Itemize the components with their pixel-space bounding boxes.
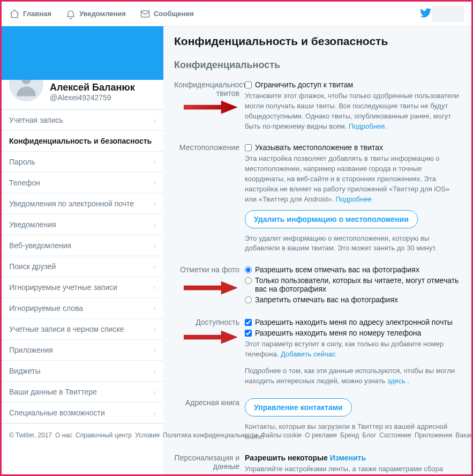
find-by-phone-checkbox[interactable]: Разрешить находить меня по номеру телефо… [245, 329, 461, 337]
settings-nav-label: Специальные возможности [9, 408, 105, 417]
protect-tweets-input[interactable] [245, 81, 252, 88]
settings-nav-item[interactable]: Пароль› [2, 152, 163, 173]
help-text: Эта настройка позволяет добавлять в твит… [245, 154, 461, 204]
chevron-right-icon: › [153, 388, 156, 396]
settings-nav-item[interactable]: Веб-уведомления› [2, 235, 163, 256]
field-label-address-book: Адресная книга [174, 398, 245, 442]
learn-more-link[interactable]: Подробнее [335, 195, 371, 203]
photo-tag-following-radio[interactable]: Только пользователи, которых вы читаете,… [245, 276, 461, 293]
chevron-right-icon: › [153, 346, 156, 354]
page-title: Конфиденциальность и безопасность [174, 35, 461, 48]
field-label-photo-tag: Отметки на фото [174, 265, 245, 306]
chevron-right-icon: › [153, 158, 156, 166]
learn-here-link[interactable]: здесь [387, 377, 406, 385]
footer-link[interactable]: © Twitter, 2017 [9, 432, 52, 439]
settings-nav-label: Пароль [9, 158, 35, 166]
field-label-location: Местоположение [174, 143, 245, 254]
tweet-location-label: Указывать местоположение в твитах [255, 143, 383, 152]
help-text: Контакты, которые вы загрузили в Твиттер… [245, 422, 461, 442]
radio-label: Запретить отмечать вас на фотографиях [255, 295, 398, 304]
nav-notifications[interactable]: Уведомления [65, 9, 126, 19]
sidebar: Алексей Баланюк @Alexei49242759 Учетная … [2, 26, 163, 476]
settings-nav-item[interactable]: Поиск друзей› [2, 256, 163, 277]
chevron-right-icon: › [153, 283, 156, 292]
settings-nav-item[interactable]: Конфиденциальность и безопасность [2, 131, 163, 152]
footer-link[interactable]: О нас [55, 432, 72, 439]
account-menu[interactable] [432, 6, 464, 22]
photo-tag-following-input[interactable] [245, 277, 252, 284]
chevron-right-icon: › [153, 408, 156, 417]
section-title: Конфиденциальность [174, 59, 461, 71]
profile-name[interactable]: Алексей Баланюк [50, 82, 135, 93]
profile-handle[interactable]: @Alexei49242759 [50, 93, 135, 102]
chevron-right-icon: › [153, 178, 156, 187]
settings-nav-label: Ваши данные в Твиттере [9, 388, 97, 396]
settings-nav-item[interactable]: Учетные записи в черном списке› [2, 319, 163, 340]
chevron-right-icon: › [153, 241, 156, 250]
twitter-logo-icon[interactable] [420, 7, 432, 20]
settings-nav: Учетная запись›Конфиденциальность и безо… [2, 109, 163, 423]
nav-notifications-label: Уведомления [79, 10, 126, 18]
protect-tweets-label: Ограничить доступ к твитам [255, 80, 353, 89]
envelope-icon [140, 9, 151, 19]
find-by-email-checkbox[interactable]: Разрешить находить меня по адресу электр… [245, 318, 461, 326]
settings-nav-label: Игнорируемые слова [9, 304, 83, 313]
radio-label: Только пользователи, которых вы читаете,… [255, 276, 461, 293]
checkbox-label: Разрешить находить меня по номеру телефо… [255, 329, 421, 337]
add-phone-link[interactable]: Добавить сейчас [281, 350, 336, 358]
personalize-change-link[interactable]: Изменить [330, 453, 366, 462]
find-by-email-input[interactable] [245, 319, 252, 326]
chevron-right-icon: › [153, 262, 156, 271]
photo-tag-anyone-radio[interactable]: Разрешить всем отмечать вас на фотографи… [245, 265, 461, 274]
checkbox-label: Разрешить находить меня по адресу электр… [255, 318, 453, 326]
photo-tag-off-radio[interactable]: Запретить отмечать вас на фотографиях [245, 295, 461, 304]
help-text: Этот параметр вступит в силу, как только… [245, 339, 461, 360]
help-text: Управляйте настройками ленты, а также па… [245, 464, 461, 476]
main-content: Конфиденциальность и безопасность Конфид… [163, 26, 471, 476]
footer-links: © Twitter, 2017О насСправочный центрУсло… [2, 423, 163, 447]
personalize-status: Разрешить некоторые [245, 453, 328, 462]
tweet-location-input[interactable] [245, 144, 252, 151]
chevron-right-icon: › [153, 116, 156, 124]
delete-location-button[interactable]: Удалить информацию о местоположении [245, 210, 418, 228]
manage-contacts-button[interactable]: Управление контактами [245, 398, 352, 416]
profile-cover [2, 26, 163, 80]
settings-nav-label: Телефон [9, 178, 40, 187]
settings-nav-label: Учетная запись [9, 116, 63, 124]
settings-nav-item[interactable]: Виджеты› [2, 361, 163, 382]
photo-tag-anyone-input[interactable] [245, 266, 252, 273]
help-text: Установите этот флажок, чтобы только одо… [245, 91, 461, 131]
protect-tweets-checkbox[interactable]: Ограничить доступ к твитам [245, 80, 461, 89]
footer-link[interactable]: Условия [135, 432, 160, 439]
find-by-phone-input[interactable] [245, 330, 252, 337]
settings-nav-label: Конфиденциальность и безопасность [9, 137, 152, 145]
settings-nav-item[interactable]: Учетная запись› [2, 110, 163, 131]
settings-nav-item[interactable]: Телефон› [2, 173, 163, 194]
tweet-location-checkbox[interactable]: Указывать местоположение в твитах [245, 143, 461, 152]
nav-messages-label: Сообщения [154, 10, 194, 18]
bell-icon [65, 9, 76, 19]
settings-nav-item[interactable]: Игнорируемые учетные записи› [2, 277, 163, 298]
settings-nav-item[interactable]: Ваши данные в Твиттере› [2, 382, 163, 403]
settings-nav-item[interactable]: Уведомления по электронной почте› [2, 194, 163, 214]
settings-nav-item[interactable]: Игнорируемые слова› [2, 298, 163, 319]
photo-tag-off-input[interactable] [245, 296, 252, 303]
help-text: Подробнее о том, как эти данные использу… [245, 366, 461, 386]
learn-more-link[interactable]: Подробнее. [349, 122, 387, 130]
field-label-personalize: Персонализация и данные [174, 453, 245, 476]
nav-messages[interactable]: Сообщения [140, 9, 194, 19]
chevron-right-icon: › [153, 367, 156, 375]
field-label-discover: Доступность [174, 318, 245, 386]
radio-label: Разрешить всем отмечать вас на фотографи… [255, 265, 419, 274]
settings-nav-label: Учетные записи в черном списке [9, 325, 124, 333]
chevron-right-icon: › [153, 304, 156, 313]
settings-nav-item[interactable]: Приложения› [2, 340, 163, 361]
settings-nav-label: Веб-уведомления [9, 241, 71, 250]
chevron-right-icon: › [153, 199, 156, 208]
help-text: Это удалит информацию о местоположении, … [245, 234, 461, 254]
settings-nav-item[interactable]: Специальные возможности› [2, 403, 163, 423]
nav-home[interactable]: Главная [9, 9, 51, 19]
settings-nav-item[interactable]: Уведомления› [2, 214, 163, 235]
footer-link[interactable]: Справочный центр [76, 432, 132, 439]
chevron-right-icon: › [153, 325, 156, 333]
